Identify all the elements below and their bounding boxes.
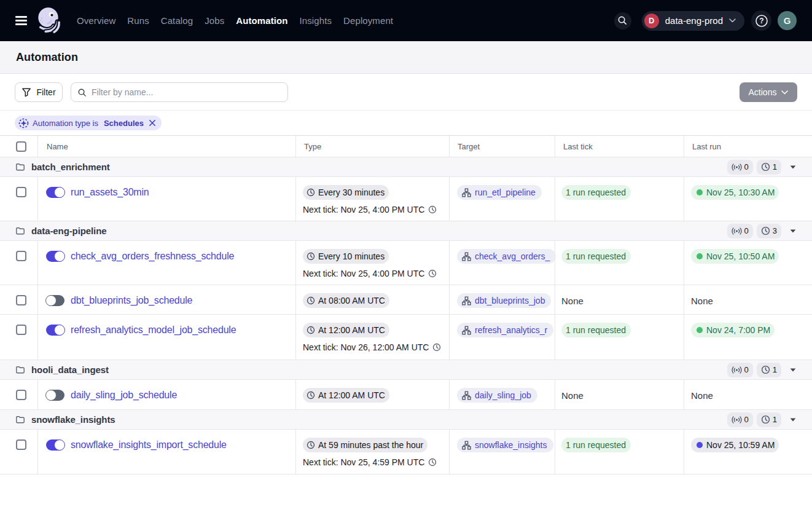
- svg-text:?: ?: [759, 17, 763, 25]
